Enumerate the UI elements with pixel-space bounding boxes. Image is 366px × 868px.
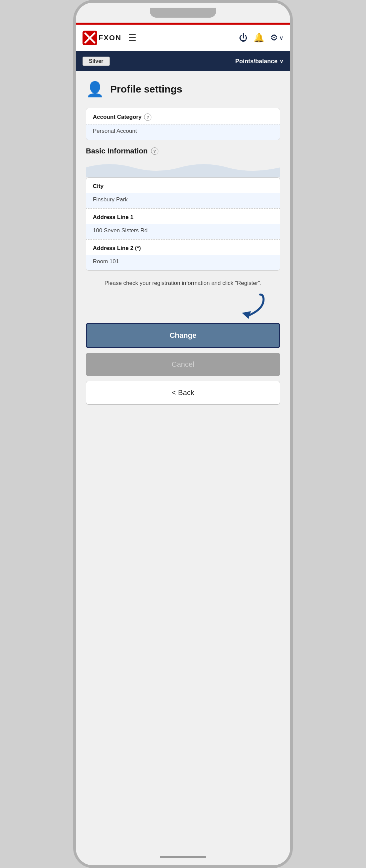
notice-text: Please check your registration informati… [86,279,280,287]
main-content: Account Category ? Personal Account Basi… [76,104,290,849]
navbar: FXON ☰ ⏻ 🔔 ⚙ ∨ [76,25,290,51]
status-bar: Silver Points/balance ∨ [76,51,290,71]
phone-bottom [76,849,290,865]
account-category-value: Personal Account [86,124,280,140]
home-indicator [160,856,206,858]
account-category-value-row: Personal Account [86,124,280,140]
settings-group: ⚙ ∨ [270,33,284,43]
cancel-button[interactable]: Cancel [86,353,280,376]
basic-information-label: Basic Information [86,147,148,155]
address2-row: Address Line 2 (*) Room 101 [86,240,280,270]
phone-top [76,3,290,23]
address-fields-card: City Finsbury Park Address Line 1 100 Se… [86,177,280,271]
basic-information-help-icon[interactable]: ? [151,148,158,155]
page-title: Profile settings [110,84,182,95]
points-balance-label: Points/balance [235,58,277,65]
change-button[interactable]: Change [86,323,280,348]
wave-separator [86,161,280,177]
account-category-text: Account Category [93,114,141,121]
account-category-label-row: Account Category ? [86,108,280,124]
arrow-container [86,293,280,319]
svg-marker-3 [242,311,251,319]
address2-value: Room 101 [86,255,280,270]
city-row: City Finsbury Park [86,178,280,209]
address1-label: Address Line 1 [86,209,280,224]
account-category-card: Account Category ? Personal Account [86,108,280,140]
notch [150,8,216,18]
account-category-help-icon[interactable]: ? [144,114,152,121]
silver-badge: Silver [82,57,110,66]
city-value: Finsbury Park [86,193,280,208]
gear-icon[interactable]: ⚙ [270,33,278,43]
city-label: City [86,178,280,193]
hamburger-icon[interactable]: ☰ [128,32,136,43]
settings-chevron-icon[interactable]: ∨ [279,34,284,41]
logo-icon [82,31,97,45]
page-header: 👤 Profile settings [76,71,290,104]
navbar-right: ⏻ 🔔 ⚙ ∨ [239,33,284,43]
back-button[interactable]: < Back [86,381,280,405]
basic-information-heading: Basic Information ? [86,147,280,155]
address1-value: 100 Seven Sisters Rd [86,224,280,239]
points-balance-chevron-icon: ∨ [279,58,284,65]
address2-label: Address Line 2 (*) [86,240,280,255]
address1-row: Address Line 1 100 Seven Sisters Rd [86,209,280,240]
phone-frame: FXON ☰ ⏻ 🔔 ⚙ ∨ Silver Points/balance ∨ 👤… [73,0,293,868]
logo: FXON [82,31,122,45]
power-icon[interactable]: ⏻ [239,33,247,43]
bell-icon[interactable]: 🔔 [254,33,264,43]
arrow-icon [227,293,267,319]
logo-text: FXON [99,34,122,42]
points-balance-button[interactable]: Points/balance ∨ [235,58,284,65]
person-icon: 👤 [86,81,104,98]
account-category-label: Account Category ? [86,108,280,124]
